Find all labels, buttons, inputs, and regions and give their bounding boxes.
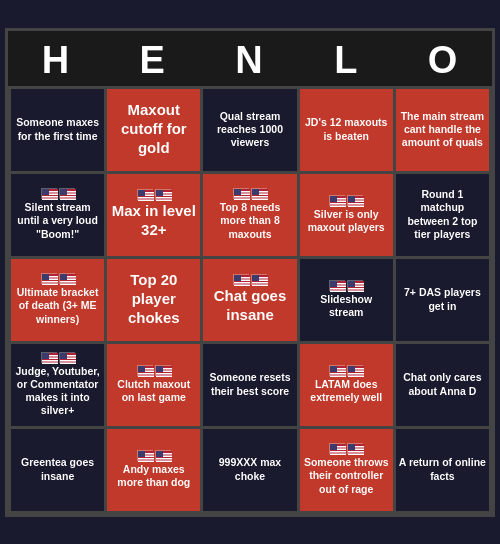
bingo-cell[interactable]: Chat only cares about Anna D bbox=[396, 344, 489, 426]
flag-icon bbox=[155, 365, 171, 376]
bingo-cell[interactable]: The main stream cant handle the amount o… bbox=[396, 89, 489, 171]
flag-icon bbox=[41, 273, 57, 284]
cell-text: Ultimate bracket of death (3+ ME winners… bbox=[14, 286, 101, 325]
bingo-cell[interactable]: Ultimate bracket of death (3+ ME winners… bbox=[11, 259, 104, 341]
cell-text: Chat goes insane bbox=[206, 287, 293, 325]
flags bbox=[329, 443, 363, 454]
flags bbox=[329, 280, 363, 291]
cell-text: The main stream cant handle the amount o… bbox=[399, 110, 486, 149]
cell-text: Someone throws their controller out of r… bbox=[303, 456, 390, 495]
flag-icon bbox=[59, 273, 75, 284]
flag-icon bbox=[251, 188, 267, 199]
flag-icon bbox=[347, 443, 363, 454]
svg-rect-63 bbox=[234, 282, 250, 284]
bingo-cell[interactable]: Someone throws their controller out of r… bbox=[300, 429, 393, 511]
cell-text: Top 20 player chokes bbox=[110, 271, 197, 327]
svg-rect-81 bbox=[348, 288, 364, 290]
flags bbox=[233, 274, 267, 285]
flags bbox=[137, 365, 171, 376]
bingo-cell[interactable]: Chat goes insane bbox=[203, 259, 296, 341]
flag-icon bbox=[329, 195, 345, 206]
svg-rect-129 bbox=[156, 458, 172, 460]
svg-rect-70 bbox=[252, 285, 268, 287]
svg-rect-142 bbox=[348, 454, 364, 456]
svg-rect-95 bbox=[60, 353, 67, 359]
svg-rect-34 bbox=[252, 199, 268, 201]
cell-text: Someone maxes for the first time bbox=[14, 116, 101, 142]
flag-icon bbox=[137, 365, 153, 376]
svg-rect-52 bbox=[42, 284, 58, 286]
svg-rect-59 bbox=[60, 274, 67, 280]
svg-rect-28 bbox=[234, 199, 250, 201]
svg-rect-21 bbox=[156, 197, 172, 199]
svg-rect-4 bbox=[42, 199, 58, 201]
flag-icon bbox=[41, 188, 57, 199]
flags bbox=[41, 188, 75, 199]
bingo-card: HENLO Someone maxes for the first timeMa… bbox=[5, 28, 495, 517]
flag-icon bbox=[233, 274, 249, 285]
svg-rect-101 bbox=[138, 366, 145, 372]
cell-text: Round 1 matchup between 2 top tier playe… bbox=[399, 188, 486, 241]
flag-icon bbox=[233, 188, 249, 199]
bingo-cell[interactable]: Greentea goes insane bbox=[11, 429, 104, 511]
header-letter: H bbox=[8, 39, 105, 82]
cell-text: Top 8 needs more than 8 maxouts bbox=[206, 201, 293, 240]
bingo-header: HENLO bbox=[8, 31, 492, 86]
bingo-grid: Someone maxes for the first timeMaxout c… bbox=[8, 86, 492, 514]
bingo-cell[interactable]: Qual stream reaches 1000 viewers bbox=[203, 89, 296, 171]
bingo-cell[interactable]: Slideshow stream bbox=[300, 259, 393, 341]
bingo-cell[interactable]: Top 20 player chokes bbox=[107, 259, 200, 341]
svg-rect-33 bbox=[252, 196, 268, 198]
bingo-cell[interactable]: Top 8 needs more than 8 maxouts bbox=[203, 174, 296, 256]
svg-rect-65 bbox=[234, 275, 241, 281]
flag-icon bbox=[155, 450, 171, 461]
svg-rect-93 bbox=[60, 360, 76, 362]
bingo-cell[interactable]: Round 1 matchup between 2 top tier playe… bbox=[396, 174, 489, 256]
bingo-cell[interactable]: A return of online facts bbox=[396, 429, 489, 511]
cell-text: Slideshow stream bbox=[303, 293, 390, 319]
bingo-cell[interactable]: Judge, Youtuber, or Commentator makes it… bbox=[11, 344, 104, 426]
svg-rect-143 bbox=[348, 444, 355, 450]
svg-rect-112 bbox=[330, 375, 346, 377]
svg-rect-23 bbox=[156, 190, 163, 196]
svg-rect-64 bbox=[234, 285, 250, 287]
cell-text: 999XXX max choke bbox=[206, 456, 293, 482]
svg-rect-123 bbox=[138, 458, 154, 460]
bingo-cell[interactable]: Andy maxes more than dog bbox=[107, 429, 200, 511]
svg-rect-87 bbox=[42, 360, 58, 362]
svg-rect-27 bbox=[234, 196, 250, 198]
svg-rect-15 bbox=[138, 197, 154, 199]
bingo-cell[interactable]: Clutch maxout on last game bbox=[107, 344, 200, 426]
svg-rect-141 bbox=[348, 451, 364, 453]
svg-rect-46 bbox=[348, 205, 364, 207]
flags bbox=[137, 189, 171, 200]
flag-icon bbox=[347, 195, 363, 206]
svg-rect-88 bbox=[42, 362, 58, 364]
bingo-cell[interactable]: Maxout cutoff for gold bbox=[107, 89, 200, 171]
svg-rect-40 bbox=[330, 205, 346, 207]
flag-icon bbox=[59, 188, 75, 199]
cell-text: Greentea goes insane bbox=[14, 456, 101, 482]
svg-rect-75 bbox=[330, 288, 346, 290]
bingo-cell[interactable]: Silent stream until a very loud "Boom!" bbox=[11, 174, 104, 256]
svg-rect-135 bbox=[330, 451, 346, 453]
header-letter: N bbox=[202, 39, 299, 82]
bingo-cell[interactable]: Someone resets their best score bbox=[203, 344, 296, 426]
cell-text: Chat only cares about Anna D bbox=[399, 371, 486, 397]
bingo-cell[interactable]: Silver is only maxout players bbox=[300, 174, 393, 256]
svg-rect-29 bbox=[234, 189, 241, 195]
bingo-cell[interactable]: 999XXX max choke bbox=[203, 429, 296, 511]
bingo-cell[interactable]: LATAM does extremely well bbox=[300, 344, 393, 426]
flag-icon bbox=[329, 280, 345, 291]
svg-rect-89 bbox=[42, 353, 49, 359]
flag-icon bbox=[329, 365, 345, 376]
cell-text: Max in level 32+ bbox=[110, 202, 197, 240]
bingo-cell[interactable]: 7+ DAS players get in bbox=[396, 259, 489, 341]
flags bbox=[329, 365, 363, 376]
bingo-cell[interactable]: Max in level 32+ bbox=[107, 174, 200, 256]
bingo-cell[interactable]: JD's 12 maxouts is beaten bbox=[300, 89, 393, 171]
bingo-cell[interactable]: Someone maxes for the first time bbox=[11, 89, 104, 171]
svg-rect-57 bbox=[60, 281, 76, 283]
svg-rect-76 bbox=[330, 290, 346, 292]
svg-rect-125 bbox=[138, 451, 145, 457]
